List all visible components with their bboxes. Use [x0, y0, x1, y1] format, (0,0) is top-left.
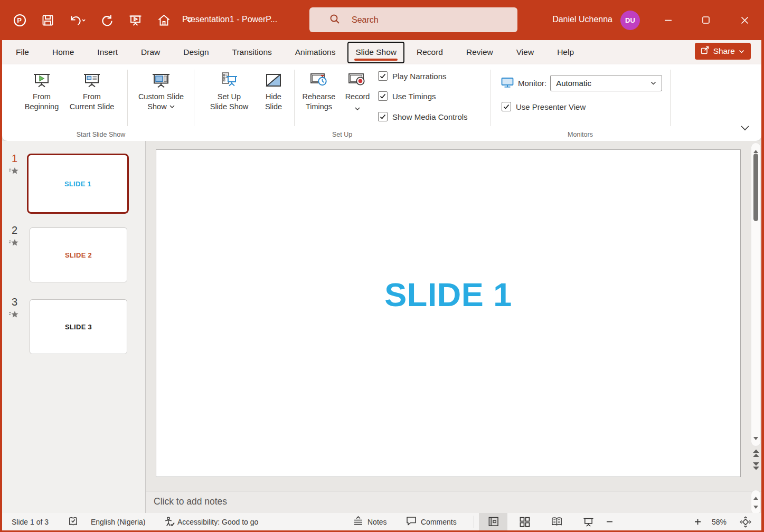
slideshow-icon[interactable]: [128, 13, 143, 27]
use-timings-checkbox[interactable]: Use Timings: [378, 91, 436, 101]
redo-icon[interactable]: [100, 13, 114, 27]
user-name[interactable]: Daniel Uchenna: [552, 15, 612, 24]
notes-scrollbar[interactable]: [751, 490, 761, 515]
tab-design[interactable]: Design: [172, 40, 220, 64]
ribbon-separator: [670, 70, 671, 126]
checkbox-checked-icon: [378, 112, 388, 121]
close-button[interactable]: [732, 0, 757, 40]
slide-indicator[interactable]: Slide 1 of 3: [12, 513, 49, 530]
svg-text:P: P: [17, 16, 22, 24]
language-indicator[interactable]: English (Nigeria): [91, 513, 145, 530]
statusbar-separator: [474, 516, 474, 528]
rehearse-timings-icon: [308, 70, 329, 92]
play-narrations-checkbox[interactable]: Play Narrations: [378, 71, 447, 81]
checkbox-checked-icon: [502, 102, 511, 111]
slide-show-view-button[interactable]: [574, 513, 602, 530]
slide-thumbnail-3[interactable]: SLIDE 3: [30, 299, 127, 354]
tab-slide-show[interactable]: Slide Show: [347, 42, 404, 63]
tab-home[interactable]: Home: [41, 40, 86, 64]
tab-view[interactable]: View: [505, 40, 545, 64]
reading-view-button[interactable]: [542, 513, 571, 530]
checkbox-checked-icon: [378, 71, 388, 81]
zoom-in-button[interactable]: [694, 513, 702, 530]
share-icon: [700, 45, 710, 57]
ribbon-panel: From Beginning From Current Slide Custom…: [2, 64, 761, 141]
ribbon-separator: [294, 70, 295, 126]
accessibility-status[interactable]: Accessibility: Good to go: [177, 513, 258, 530]
set-up-slide-show-icon: [219, 70, 240, 92]
share-button[interactable]: Share: [695, 43, 751, 60]
search-input[interactable]: Search: [309, 7, 517, 32]
group-label-start-slide-show: Start Slide Show: [7, 131, 194, 138]
scrollbar-thumb[interactable]: [753, 154, 758, 221]
slide-thumbnail-2[interactable]: SLIDE 2: [30, 227, 127, 282]
scroll-up-arrow-icon[interactable]: [753, 493, 759, 502]
transition-star-icon[interactable]: [8, 310, 19, 321]
notes-placeholder[interactable]: Click to add notes: [154, 496, 227, 507]
use-presenter-view-checkbox[interactable]: Use Presenter View: [502, 102, 586, 111]
tab-draw[interactable]: Draw: [129, 40, 172, 64]
spell-check-icon[interactable]: [68, 513, 79, 530]
dropdown-chevron-icon: [650, 81, 656, 86]
notes-pane[interactable]: Click to add notes: [146, 491, 761, 513]
custom-slide-show-icon: [150, 70, 172, 92]
set-up-slide-show-button[interactable]: Set Up Slide Show: [202, 70, 257, 112]
next-slide-button[interactable]: [751, 461, 761, 471]
fit-slide-to-window-button[interactable]: [739, 513, 752, 530]
comments-toggle-button[interactable]: Comments: [405, 513, 457, 530]
previous-slide-button[interactable]: [751, 449, 761, 458]
ribbon-separator: [127, 70, 128, 126]
slide-editor-area: SLIDE 1: [146, 141, 761, 491]
scroll-down-arrow-icon[interactable]: [753, 502, 759, 511]
vertical-scrollbar[interactable]: [751, 142, 761, 446]
custom-slide-show-button[interactable]: Custom Slide Show: [129, 70, 193, 112]
from-current-slide-icon: [81, 70, 102, 92]
home-icon[interactable]: [157, 13, 171, 27]
tab-transitions[interactable]: Transitions: [221, 40, 284, 64]
slide-number: 3: [12, 296, 17, 308]
tab-file[interactable]: File: [4, 40, 41, 64]
slide-sorter-view-button[interactable]: [511, 513, 539, 530]
powerpoint-logo-icon[interactable]: P: [13, 13, 27, 27]
dropdown-chevron-icon: [169, 105, 175, 109]
ribbon-tab-row: File Home Insert Draw Design Transitions…: [2, 40, 761, 64]
slide-title-text[interactable]: SLIDE 1: [156, 276, 740, 314]
maximize-button[interactable]: [694, 0, 718, 40]
tab-insert[interactable]: Insert: [86, 40, 129, 64]
checkbox-checked-icon: [378, 91, 388, 101]
show-media-controls-checkbox[interactable]: Show Media Controls: [378, 112, 468, 121]
search-icon: [329, 14, 340, 26]
monitor-icon: [501, 75, 514, 91]
transition-star-icon[interactable]: [8, 238, 19, 250]
user-avatar[interactable]: DU: [620, 11, 640, 30]
document-title: Presentation1 - PowerP...: [182, 15, 277, 24]
tab-help[interactable]: Help: [545, 40, 586, 64]
quick-access-toolbar: P: [13, 0, 194, 40]
from-current-slide-button[interactable]: From Current Slide: [62, 70, 122, 112]
record-button[interactable]: Record: [342, 70, 373, 113]
accessibility-icon[interactable]: [164, 513, 175, 530]
transition-star-icon[interactable]: [8, 166, 19, 178]
from-beginning-button[interactable]: From Beginning: [17, 70, 67, 112]
slide-thumbnail-1[interactable]: SLIDE 1: [27, 154, 129, 214]
hide-slide-button[interactable]: Hide Slide: [259, 70, 288, 112]
notes-icon: [353, 516, 364, 528]
normal-view-button[interactable]: [479, 513, 507, 530]
minimize-button[interactable]: [656, 0, 680, 40]
save-icon[interactable]: [41, 14, 54, 27]
rehearse-timings-button[interactable]: Rehearse Timings: [297, 70, 341, 112]
zoom-level[interactable]: 58%: [712, 513, 727, 530]
thumbnail-title: SLIDE 3: [65, 323, 92, 331]
collapse-ribbon-chevron-icon[interactable]: [740, 124, 750, 133]
slide-canvas[interactable]: SLIDE 1: [156, 149, 741, 477]
scroll-down-arrow-icon[interactable]: [753, 433, 759, 443]
notes-toggle-button[interactable]: Notes: [353, 513, 387, 530]
undo-icon[interactable]: [69, 14, 86, 27]
tab-record[interactable]: Record: [405, 40, 455, 64]
monitor-select[interactable]: Automatic: [550, 75, 662, 91]
tab-animations[interactable]: Animations: [284, 40, 347, 64]
window-frame: [761, 40, 764, 532]
tab-review[interactable]: Review: [455, 40, 505, 64]
zoom-out-button[interactable]: [606, 513, 614, 530]
thumbnail-title: SLIDE 1: [64, 180, 91, 188]
